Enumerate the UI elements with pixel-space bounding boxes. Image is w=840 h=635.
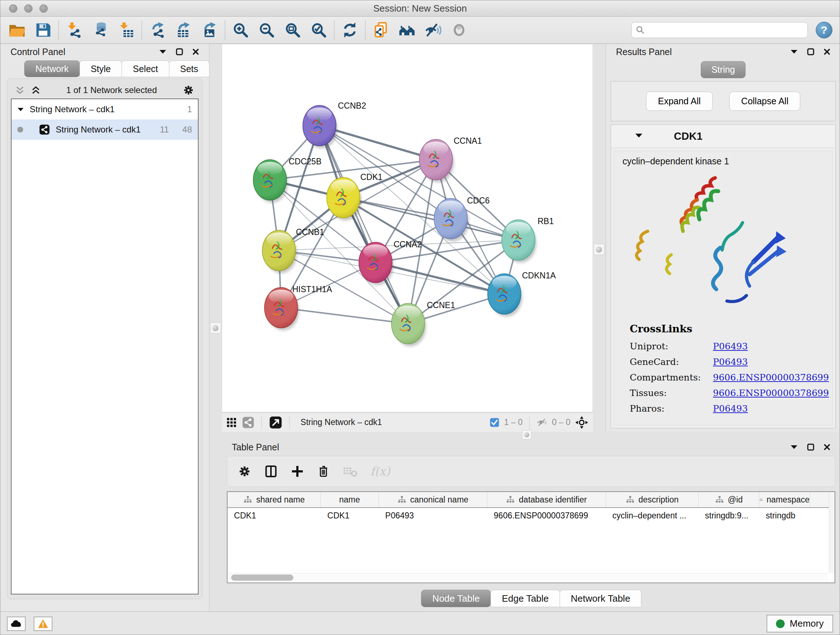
table-settings-gear-icon[interactable] — [238, 465, 251, 478]
string-home-icon[interactable] — [398, 21, 416, 40]
column-header-@id[interactable]: @id — [699, 492, 759, 507]
collapse-all-networks-icon[interactable] — [15, 86, 25, 95]
network-node-CCNA1[interactable]: CCNA1 — [419, 136, 482, 182]
network-node-HIST1H1A[interactable]: HIST1H1A — [264, 285, 332, 331]
network-node-CDKN1A[interactable]: CDKN1A — [488, 271, 556, 317]
export-table-icon[interactable] — [174, 21, 193, 40]
selected-checkbox-icon[interactable] — [489, 417, 500, 428]
network-node-CCNB2[interactable]: CCNB2 — [303, 101, 366, 149]
left-splitter[interactable] — [210, 44, 222, 611]
tab-network-table[interactable]: Network Table — [560, 590, 641, 607]
float-panel-icon[interactable] — [807, 48, 814, 55]
memory-button[interactable]: Memory — [767, 615, 833, 632]
import-network-icon[interactable] — [65, 21, 84, 40]
table-cell[interactable]: stringdb:9... — [699, 508, 759, 523]
crosslink-value[interactable]: P06493 — [713, 341, 748, 352]
crosslink-value[interactable]: 9606.ENSP00000378699 — [713, 388, 829, 398]
close-panel-icon[interactable] — [193, 49, 199, 55]
table-row[interactable]: CDK1CDK1P064939606.ENSP00000378699cyclin… — [227, 508, 835, 523]
table-vertical-scrollbar[interactable] — [829, 492, 835, 573]
collapse-all-button[interactable]: Collapse All — [729, 92, 801, 111]
expand-all-networks-icon[interactable] — [31, 86, 41, 95]
expand-all-button[interactable]: Expand All — [646, 92, 713, 111]
network-node-CCNA2[interactable]: CCNA2 — [359, 240, 422, 285]
scrollbar-thumb[interactable] — [231, 575, 294, 581]
network-node-CDK1[interactable]: CDK1 — [327, 172, 382, 220]
share-view-icon[interactable] — [242, 416, 254, 429]
tab-node-table[interactable]: Node Table — [421, 590, 491, 607]
section-expander-icon[interactable] — [635, 133, 643, 140]
network-graph[interactable]: CCNB2CCNA1CDC25BCDK1CDC6RB1CCNB1CCNA2CDK… — [222, 44, 593, 413]
hide-panel-icon[interactable] — [424, 21, 442, 40]
zoom-in-icon[interactable] — [231, 21, 250, 40]
export-image-icon[interactable] — [200, 21, 219, 40]
column-header-database-identifier[interactable]: database identifier — [487, 492, 606, 507]
import-database-icon[interactable] — [91, 21, 110, 40]
table-cell[interactable]: stringdb — [759, 508, 810, 523]
add-column-icon[interactable] — [291, 465, 304, 478]
detach-view-icon[interactable] — [269, 416, 282, 429]
hidden-eye-icon[interactable] — [536, 417, 548, 428]
crosslink-value[interactable]: 9606.ENSP00000378699 — [713, 372, 829, 383]
table-cell[interactable]: CDK1 — [321, 508, 379, 523]
open-session-icon[interactable] — [8, 21, 27, 40]
horizontal-splitter-handle[interactable] — [522, 430, 531, 440]
column-header-canonical-name[interactable]: canonical name — [379, 492, 487, 507]
horizontal-splitter[interactable] — [222, 432, 840, 439]
collapse-panel-icon[interactable] — [790, 49, 798, 54]
function-builder-icon[interactable]: f(x) — [370, 464, 390, 478]
zoom-fit-icon[interactable] — [283, 21, 302, 40]
network-node-RB1[interactable]: RB1 — [502, 217, 554, 263]
float-panel-icon[interactable] — [176, 48, 183, 55]
birdseye-icon[interactable] — [575, 416, 589, 429]
tab-edge-table[interactable]: Edge Table — [491, 590, 560, 607]
import-table-icon[interactable] — [117, 21, 136, 40]
table-horizontal-scrollbar[interactable] — [228, 573, 829, 582]
right-splitter[interactable] — [593, 44, 606, 432]
clone-network-icon[interactable] — [371, 21, 390, 40]
minimize-window-button[interactable] — [24, 4, 33, 13]
crosslink-value[interactable]: P06493 — [713, 403, 748, 414]
tab-sets[interactable]: Sets — [169, 60, 210, 77]
close-panel-icon[interactable] — [824, 444, 830, 450]
cloud-button[interactable] — [7, 616, 26, 631]
network-options-gear-icon[interactable] — [183, 84, 194, 96]
network-node-CCNE1[interactable]: CCNE1 — [392, 301, 455, 347]
column-header-namespace[interactable]: namespace — [759, 492, 810, 507]
delete-table-icon[interactable] — [343, 465, 357, 478]
help-icon[interactable]: ? — [816, 22, 832, 38]
crosslink-value[interactable]: P06493 — [713, 356, 748, 367]
save-session-icon[interactable] — [34, 21, 52, 40]
grid-view-icon[interactable] — [226, 417, 237, 428]
close-panel-icon[interactable] — [824, 49, 830, 55]
table-cell[interactable]: CDK1 — [227, 508, 321, 523]
tab-select[interactable]: Select — [122, 60, 169, 77]
column-header-description[interactable]: description — [606, 492, 699, 507]
network-collection-row[interactable]: String Network – cdk1 1 — [11, 99, 198, 119]
tab-string[interactable]: String — [701, 61, 745, 78]
search-input[interactable] — [631, 22, 808, 38]
network-row[interactable]: String Network – cdk1 11 48 — [11, 119, 198, 140]
right-splitter-handle[interactable] — [594, 244, 605, 255]
delete-column-icon[interactable] — [317, 465, 330, 478]
table-cell[interactable]: P06493 — [379, 508, 487, 523]
network-node-CDC25B[interactable]: CDC25B — [253, 157, 322, 203]
network-node-CCNB1[interactable]: CCNB1 — [262, 227, 324, 273]
tree-expander-icon[interactable] — [17, 107, 24, 112]
column-header-name[interactable]: name — [321, 492, 379, 507]
zoom-selected-icon[interactable] — [309, 21, 328, 40]
protein-card-header[interactable]: CDK1 — [611, 125, 836, 148]
table-cell[interactable]: cyclin–dependent ... — [606, 508, 699, 523]
float-panel-icon[interactable] — [807, 443, 814, 451]
zoom-out-icon[interactable] — [257, 21, 276, 40]
collapse-panel-icon[interactable] — [790, 445, 798, 450]
network-canvas[interactable]: CCNB2CCNA1CDC25BCDK1CDC6RB1CCNB1CCNA2CDK… — [222, 44, 593, 412]
column-header-shared-name[interactable]: shared name — [227, 492, 321, 507]
left-splitter-handle[interactable] — [210, 323, 221, 333]
table-cell[interactable]: 9606.ENSP00000378699 — [487, 508, 606, 523]
warnings-button[interactable] — [34, 616, 52, 631]
tab-network[interactable]: Network — [24, 60, 80, 77]
maximize-window-button[interactable] — [39, 4, 48, 13]
close-window-button[interactable] — [9, 4, 17, 13]
tab-style[interactable]: Style — [80, 60, 122, 77]
